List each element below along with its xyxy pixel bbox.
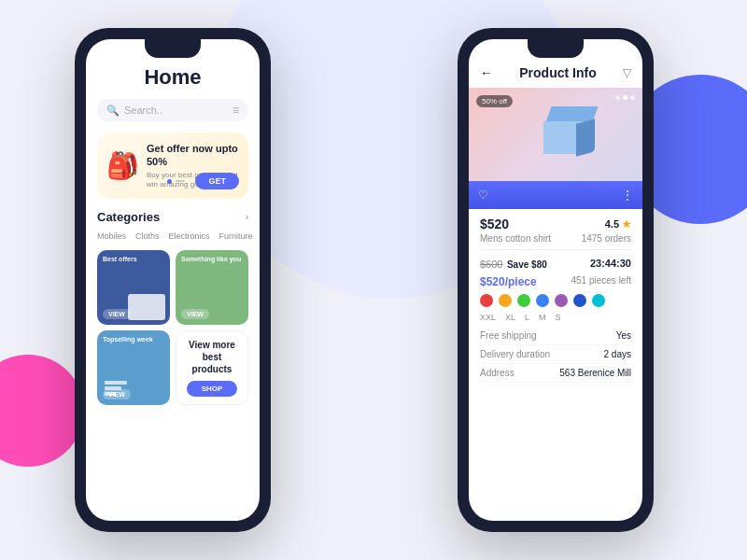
product-card-topselling[interactable]: Topselling week VIEW	[97, 330, 170, 405]
pieces-left: 451 pieces left	[571, 275, 632, 288]
categories-title: Categories	[97, 210, 160, 224]
cat-tab-furniture[interactable]: Furniture	[219, 231, 253, 241]
color-options	[480, 294, 631, 307]
delivery-row: Delivery duration 2 days	[480, 345, 631, 364]
address-row: Address 563 Berenice Mill	[480, 364, 631, 383]
category-tabs: Mobiles Cloths Electronics Furniture	[97, 231, 248, 241]
color-cyan[interactable]	[592, 294, 605, 307]
product-rating: 4.5 ★	[605, 218, 631, 231]
size-options: XXL XL L M S	[480, 313, 631, 322]
phone-notch-1	[145, 39, 201, 58]
discount-row: $600 Save $80 23:44:30	[480, 255, 631, 272]
color-red[interactable]	[480, 294, 493, 307]
tv-illustration	[128, 294, 165, 320]
product-image: 50% off ♡ ⋮	[469, 88, 642, 209]
size-l[interactable]: L	[525, 313, 529, 322]
phone-product-screen: ← Product Info ▽ 50% off	[469, 39, 642, 521]
search-bar[interactable]: 🔍 Search.. ≡	[97, 99, 248, 121]
piece-price: $520/piece	[480, 275, 537, 288]
product-3d-box	[539, 106, 595, 153]
banner-illustration: 🎒	[106, 150, 139, 181]
color-green[interactable]	[517, 294, 530, 307]
view-more-text: View more best products	[184, 339, 240, 375]
img-dot-1	[615, 95, 620, 100]
shipping-val: Yes	[616, 330, 631, 341]
size-m[interactable]: M	[539, 313, 546, 322]
shipping-info: Free shipping Yes Delivery duration 2 da…	[480, 327, 631, 383]
product-info-title: Product Info	[519, 65, 596, 80]
orders-count: 1475 orders	[582, 233, 631, 244]
product-name: Mens cotton shirt	[480, 233, 551, 244]
categories-chevron[interactable]: ›	[246, 212, 248, 222]
carousel-dot-inactive	[176, 180, 185, 182]
search-placeholder: Search..	[124, 105, 233, 116]
favorite-icon[interactable]: ♡	[478, 189, 488, 202]
shop-button[interactable]: SHOP	[187, 381, 238, 397]
cat-tab-mobiles[interactable]: Mobiles	[97, 231, 126, 241]
countdown-timer: 23:44:30	[590, 258, 631, 269]
more-options-icon[interactable]: ⋮	[622, 189, 633, 202]
free-shipping-row: Free shipping Yes	[480, 327, 631, 345]
size-xl[interactable]: XL	[505, 313, 515, 322]
delivery-val: 2 days	[604, 349, 631, 359]
categories-header: Categories ›	[97, 210, 248, 224]
promo-banner: 🎒 Get offer now upto 50% Buy your best p…	[97, 133, 248, 199]
discount-badge: 50% off	[476, 95, 513, 107]
box-side	[576, 119, 595, 156]
color-blue[interactable]	[536, 294, 549, 307]
get-offer-button[interactable]: GET	[195, 173, 239, 189]
bg-blob-pink	[0, 355, 84, 467]
product-card-something[interactable]: Something like you VIEW	[176, 250, 248, 325]
product-details: $520 4.5 ★ Mens cotton shirt 1475 orders…	[469, 209, 642, 390]
address-val: 563 Berenice Mill	[559, 368, 631, 378]
delivery-key: Delivery duration	[480, 349, 550, 359]
shipping-key: Free shipping	[480, 330, 537, 341]
phone-notch-2	[528, 39, 584, 58]
phone-home-screen: Home 🔍 Search.. ≡ 🎒 Get offer now upto 5…	[86, 39, 260, 521]
cat-tab-electronics[interactable]: Electronics	[169, 231, 210, 241]
view-more-card[interactable]: View more best products SHOP	[176, 330, 248, 405]
address-key: Address	[480, 368, 514, 378]
back-button[interactable]: ←	[480, 65, 493, 80]
color-purple[interactable]	[555, 294, 568, 307]
search-icon: 🔍	[106, 105, 120, 117]
img-dot-3	[630, 95, 635, 100]
product-info-header: ← Product Info ▽	[469, 65, 642, 80]
banner-actions: GET	[167, 173, 239, 189]
filter-icon[interactable]: ≡	[233, 104, 239, 117]
home-screen: Home 🔍 Search.. ≡ 🎒 Get offer now upto 5…	[86, 39, 260, 521]
size-xxl[interactable]: XXL	[480, 313, 496, 322]
color-orange[interactable]	[499, 294, 512, 307]
original-price: $600 Save $80	[480, 255, 547, 272]
product-info-screen: ← Product Info ▽ 50% off	[469, 39, 642, 521]
view-btn-1[interactable]: VIEW	[103, 309, 131, 319]
card-label-1: Best offers	[103, 256, 137, 262]
card-label-3: Topselling week	[103, 336, 153, 343]
home-title: Home	[97, 65, 248, 90]
piece-info-row: $520/piece 451 pieces left	[480, 275, 631, 288]
phone-home: Home 🔍 Search.. ≡ 🎒 Get offer now upto 5…	[75, 28, 271, 532]
img-dot-2	[623, 95, 627, 100]
carousel-dot-active	[167, 179, 172, 184]
color-dark-blue[interactable]	[573, 294, 586, 307]
price-rating-row: $520 4.5 ★	[480, 217, 631, 231]
view-btn-2[interactable]: VIEW	[181, 309, 209, 319]
product-price: $520	[480, 217, 509, 231]
cat-tab-cloths[interactable]: Cloths	[135, 231, 160, 241]
view-btn-3[interactable]: VIEW	[103, 389, 131, 399]
product-grid: Best offers VIEW Something like you VIEW…	[97, 250, 248, 405]
card-label-2: Something like you	[181, 256, 241, 262]
product-name-row: Mens cotton shirt 1475 orders	[480, 233, 631, 244]
product-filter-icon[interactable]: ▽	[623, 66, 631, 79]
star-icon: ★	[622, 218, 631, 231]
divider-1	[480, 249, 631, 250]
banner-headline: Get offer now upto 50%	[147, 142, 239, 169]
size-s[interactable]: S	[556, 313, 561, 322]
product-card-best-offers[interactable]: Best offers VIEW	[97, 250, 170, 325]
product-image-bar: ♡ ⋮	[469, 181, 642, 209]
image-carousel-dots	[615, 95, 635, 100]
phone-product: ← Product Info ▽ 50% off	[458, 28, 654, 532]
